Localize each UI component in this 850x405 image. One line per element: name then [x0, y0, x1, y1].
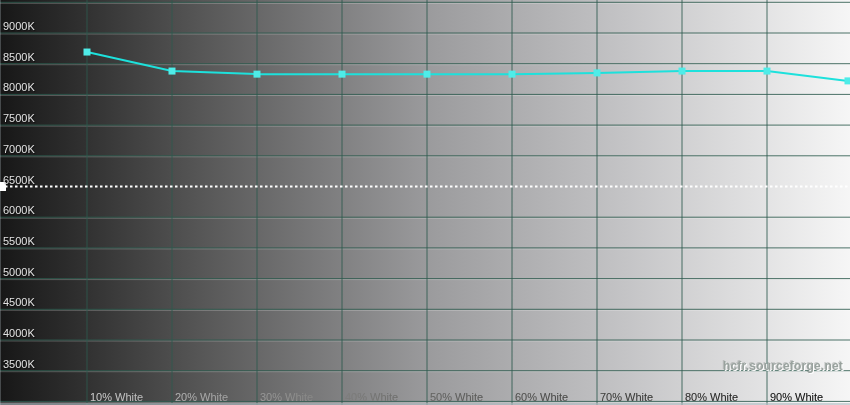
x-tick-label: 70% White: [600, 391, 653, 403]
x-tick-label: 60% White: [515, 391, 568, 403]
data-point-marker: [169, 68, 176, 75]
data-point-marker: [84, 49, 91, 56]
y-tick-label: 6500K: [3, 174, 35, 186]
y-tick-label: 7000K: [3, 143, 35, 155]
x-tick-label: 40% White: [345, 391, 398, 403]
y-tick-label: 7500K: [3, 112, 35, 124]
plot-area: [0, 0, 850, 405]
data-point-marker: [679, 68, 686, 75]
data-point-marker: [764, 68, 771, 75]
x-tick-label: 50% White: [430, 391, 483, 403]
data-point-marker: [845, 77, 850, 84]
x-tick-label: 90% White: [770, 391, 823, 403]
watermark: hcfr.sourceforge.net: [723, 359, 843, 373]
data-point-marker: [594, 69, 601, 76]
x-tick-label: 30% White: [260, 391, 313, 403]
x-tick-label: 80% White: [685, 391, 738, 403]
data-point-marker: [254, 71, 261, 78]
x-tick-label: 10% White: [90, 391, 143, 403]
x-tick-label: 20% White: [175, 391, 228, 403]
color-temperature-chart: 9000K8500K8000K7500K7000K6500K6000K5500K…: [0, 0, 850, 405]
y-tick-label: 6000K: [3, 204, 35, 216]
y-tick-label: 4000K: [3, 327, 35, 339]
y-tick-label: 9000K: [3, 20, 35, 32]
y-tick-label: 4500K: [3, 296, 35, 308]
temperature-curve: [87, 52, 848, 81]
y-tick-label: 5000K: [3, 266, 35, 278]
y-tick-label: 5500K: [3, 235, 35, 247]
data-point-marker: [424, 71, 431, 78]
data-point-marker: [339, 71, 346, 78]
y-tick-label: 3500K: [3, 358, 35, 370]
y-tick-label: 8000K: [3, 81, 35, 93]
data-point-marker: [509, 71, 516, 78]
y-tick-label: 8500K: [3, 51, 35, 63]
